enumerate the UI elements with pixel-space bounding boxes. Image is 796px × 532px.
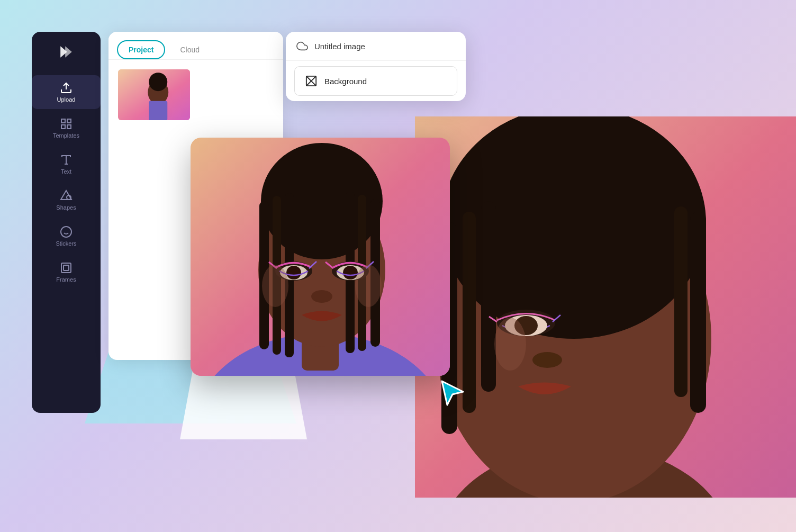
svg-point-49 — [343, 266, 358, 279]
sidebar-item-shapes[interactable]: Shapes — [32, 183, 101, 217]
cursor-arrow-svg — [439, 378, 471, 410]
text-label: Text — [61, 168, 71, 175]
upload-label: Upload — [57, 96, 76, 103]
cloud-icon — [296, 40, 308, 52]
thumbnail-svg — [118, 69, 190, 120]
right-photo-bg — [415, 116, 796, 498]
svg-marker-53 — [442, 381, 463, 405]
svg-rect-26 — [61, 263, 71, 273]
sidebar-item-frames[interactable]: Frames — [32, 255, 101, 289]
sidebar-item-upload[interactable]: Upload — [32, 75, 101, 109]
app-logo[interactable] — [55, 40, 78, 64]
svg-point-52 — [355, 265, 382, 307]
svg-point-50 — [311, 290, 332, 303]
svg-rect-19 — [67, 125, 71, 129]
svg-rect-31 — [149, 101, 167, 120]
sidebar-item-templates[interactable]: Templates — [32, 111, 101, 145]
sidebar-item-stickers[interactable]: Stickers — [32, 219, 101, 253]
svg-rect-27 — [64, 265, 69, 270]
svg-rect-7 — [481, 201, 496, 392]
context-menu-header: Untitled image — [286, 32, 466, 61]
svg-point-51 — [262, 265, 288, 307]
background-icon — [305, 75, 317, 87]
svg-point-23 — [61, 227, 71, 237]
frames-icon — [60, 262, 73, 274]
svg-rect-9 — [674, 206, 688, 397]
svg-rect-17 — [67, 119, 71, 123]
cursor-pointer — [439, 378, 471, 410]
stickers-label: Stickers — [56, 240, 76, 247]
logo-icon — [57, 42, 76, 61]
svg-point-46 — [286, 266, 301, 279]
photo-background — [191, 138, 450, 376]
right-photo — [415, 116, 796, 498]
shapes-icon — [60, 190, 73, 202]
shapes-label: Shapes — [56, 204, 76, 211]
templates-label: Templates — [53, 132, 79, 139]
upload-icon — [60, 82, 73, 94]
svg-point-14 — [494, 318, 526, 371]
svg-point-13 — [532, 352, 562, 368]
file-thumbnail[interactable] — [117, 68, 191, 121]
svg-rect-18 — [61, 125, 65, 129]
sidebar-item-text[interactable]: Text — [32, 147, 101, 181]
templates-icon — [60, 118, 73, 130]
frames-label: Frames — [56, 276, 76, 283]
file-panel-content — [108, 60, 283, 130]
untitled-image-label: Untitled image — [314, 42, 365, 51]
main-photo-card[interactable] — [191, 138, 450, 376]
context-menu: Untitled image Background — [286, 32, 466, 101]
text-icon — [60, 154, 73, 166]
file-panel-tabs: Project Cloud — [108, 32, 283, 60]
stickers-icon — [60, 226, 73, 238]
svg-rect-8 — [690, 212, 706, 413]
sidebar: Upload Templates Text Shapes — [32, 32, 101, 413]
main-photo-svg — [191, 138, 450, 376]
svg-point-30 — [149, 73, 167, 91]
background-menu-item[interactable]: Background — [294, 66, 457, 96]
right-photo-svg — [415, 116, 796, 498]
background-label: Background — [324, 77, 367, 86]
thumb-image — [118, 69, 190, 120]
tab-cloud[interactable]: Cloud — [169, 40, 210, 59]
svg-rect-16 — [61, 119, 65, 123]
tab-project[interactable]: Project — [117, 40, 165, 59]
